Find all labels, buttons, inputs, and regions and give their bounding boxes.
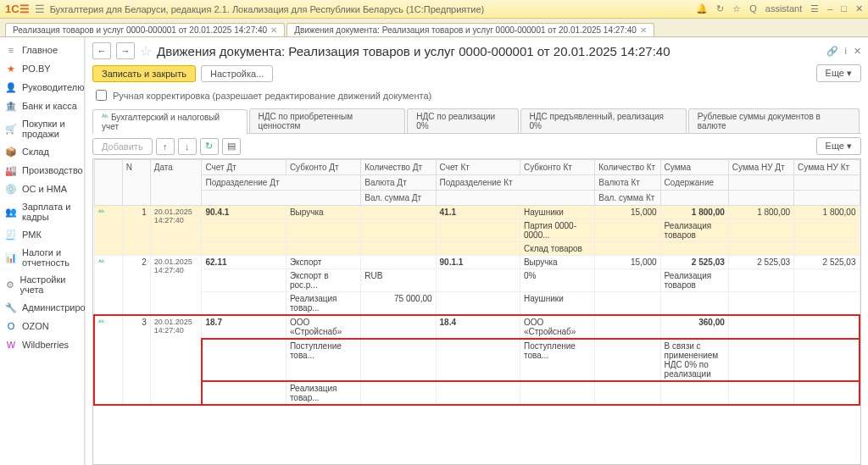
row-icon: ᴬᵏ [98, 318, 105, 327]
info-icon[interactable]: i [845, 46, 847, 57]
list-button[interactable]: ▤ [222, 138, 241, 155]
close-tab-icon[interactable]: ✕ [270, 25, 277, 35]
col-acc-kt[interactable]: Счет Кт [436, 160, 520, 175]
col-sub-kt[interactable]: Субконто Кт [520, 160, 594, 175]
col-sub-dt[interactable]: Субконто Дт [286, 160, 360, 175]
nav-back-button[interactable]: ← [92, 42, 111, 59]
table-row[interactable]: Склад товаров [94, 242, 860, 256]
sidebar-item[interactable]: 💿ОС и НМА [0, 180, 84, 198]
sidebar-icon: 🔧 [5, 302, 17, 313]
sidebar-icon: 🧾 [5, 229, 17, 241]
subtab[interactable]: ᴬᵏБухгалтерский и налоговый учет [92, 109, 248, 134]
col-nu-kt[interactable]: Сумма НУ Кт [794, 160, 860, 175]
sidebar-label: Зарплата и кадры [22, 202, 79, 222]
close-tab-icon[interactable]: ✕ [640, 25, 647, 35]
table-row[interactable]: Реализация товар... [94, 381, 860, 405]
sidebar-item[interactable]: 🧾РМК [0, 225, 84, 244]
settings-button[interactable]: Настройка... [201, 65, 273, 82]
doc-tab-2[interactable]: Движения документа: Реализация товаров и… [287, 23, 654, 36]
add-button[interactable]: Добавить [92, 138, 153, 155]
refresh-button[interactable]: ↻ [200, 138, 219, 155]
sidebar-icon: 🏦 [5, 100, 17, 112]
table-row[interactable]: Реализация товар...75 000,00Наушники [94, 292, 860, 316]
row-icon: ᴬᵏ [98, 208, 105, 217]
document-title: Движения документа: Реализация товаров и… [157, 44, 670, 58]
minimize-icon[interactable]: – [827, 3, 832, 14]
window-title: Бухгалтерия для Беларуси, редакция 2.1. … [50, 4, 692, 14]
doc-tab-1[interactable]: Реализация товаров и услуг 0000-000001 о… [5, 23, 285, 36]
sidebar-icon: ⚙ [5, 279, 14, 291]
move-down-button[interactable]: ↓ [178, 138, 197, 155]
sidebar-item[interactable]: 📊Налоги и отчетность [0, 244, 84, 271]
sidebar-icon: 📦 [5, 146, 17, 158]
star-icon[interactable]: ☆ [732, 3, 741, 14]
sidebar-item[interactable]: WWildberries [0, 335, 84, 354]
sidebar-label: PO.BY [22, 64, 51, 74]
col-qty-kt[interactable]: Количество Кт [595, 160, 660, 175]
sidebar-icon: 📊 [5, 252, 17, 263]
sidebar-item[interactable]: 🔧Администрирование [0, 298, 84, 317]
sidebar-item[interactable]: 🏦Банк и касса [0, 97, 84, 115]
sidebar-item[interactable]: ≡Главное [0, 41, 84, 59]
grid[interactable]: N Дата Счет Дт Субконто Дт Количество Дт… [92, 158, 861, 465]
table-row[interactable]: ᴬᵏ320.01.202514:27:4018.7ООО «Стройснаб»… [94, 315, 860, 339]
favorite-icon[interactable]: ☆ [140, 43, 152, 59]
subtab[interactable]: НДС по реализации 0% [407, 108, 518, 133]
subtab[interactable]: НДС по приобретенным ценностям [249, 108, 406, 133]
sidebar-label: Настройки учета [19, 274, 79, 295]
sidebar-icon: 👥 [5, 206, 17, 218]
link-icon[interactable]: 🔗 [826, 46, 838, 57]
sidebar-label: Производство [22, 165, 83, 175]
table-row[interactable]: Экспорт в рос.р...RUB0%Реализация товаро… [94, 269, 860, 292]
nav-fwd-button[interactable]: → [116, 42, 135, 59]
table-row[interactable]: Поступление това...Поступление това...В … [94, 339, 860, 381]
menu-icon[interactable]: ☰ [35, 3, 45, 15]
sidebar-icon: 🛒 [5, 123, 17, 135]
col-n[interactable]: N [122, 160, 150, 206]
subtab[interactable]: НДС предъявленный, реализация 0% [520, 108, 687, 133]
history-icon[interactable]: ↻ [716, 3, 724, 14]
col-date[interactable]: Дата [150, 160, 202, 206]
settings-icon[interactable]: ☰ [810, 3, 819, 14]
manual-adjust-checkbox[interactable] [96, 90, 107, 101]
restore-icon[interactable]: □ [841, 3, 847, 14]
main-area: ← → ☆ Движения документа: Реализация тов… [85, 37, 868, 465]
sidebar-label: Главное [22, 45, 58, 55]
row-icon: ᴬᵏ [98, 258, 105, 267]
col-nu-dt[interactable]: Сумма НУ Дт [728, 160, 793, 175]
app-logo: 1C☰ [5, 3, 30, 15]
document-tabs: Реализация товаров и услуг 0000-000001 о… [0, 19, 868, 37]
sidebar-label: РМК [22, 230, 42, 240]
move-up-button[interactable]: ↑ [156, 138, 175, 155]
sidebar-item[interactable]: 👥Зарплата и кадры [0, 198, 84, 225]
sidebar-item[interactable]: 📦Склад [0, 142, 84, 161]
sidebar-label: Налоги и отчетность [22, 247, 79, 268]
assistant-label[interactable]: assistant [765, 3, 802, 14]
bell-icon[interactable]: 🔔 [696, 3, 708, 14]
sidebar-icon: O [5, 320, 17, 332]
close-doc-icon[interactable]: ✕ [854, 46, 861, 57]
subtab[interactable]: Рублевые суммы документов в валюте [688, 108, 860, 133]
sidebar: ≡Главное★PO.BY👤Руководителю🏦Банк и касса… [0, 37, 85, 465]
sidebar-icon: ★ [5, 63, 17, 75]
col-sum[interactable]: Сумма [660, 160, 728, 175]
sidebar-item[interactable]: 🛒Покупки и продажи [0, 115, 84, 142]
sidebar-item[interactable]: ★PO.BY [0, 59, 84, 78]
manual-adjust-label: Ручная корректировка (разрешает редактир… [113, 91, 431, 101]
sidebar-icon: ≡ [5, 44, 17, 56]
sidebar-item[interactable]: 👤Руководителю [0, 78, 84, 97]
close-icon[interactable]: ✕ [855, 3, 863, 14]
sidebar-item[interactable]: ⚙Настройки учета [0, 271, 84, 298]
sidebar-item[interactable]: 🏭Производство [0, 161, 84, 180]
sidebar-label: Wildberries [22, 340, 69, 350]
help-icon[interactable]: Q [749, 3, 757, 14]
table-row[interactable]: ᴬᵏ120.01.202514:27:4090.4.1Выручка41.1На… [94, 206, 860, 219]
table-row[interactable]: ᴬᵏ220.01.202514:27:4062.11Экспорт90.1.1В… [94, 256, 860, 269]
sidebar-item[interactable]: OOZON [0, 317, 84, 335]
table-row[interactable]: Партия 0000-0000...Реализация товаров [94, 219, 860, 242]
more-button[interactable]: Еще ▾ [816, 64, 861, 82]
save-close-button[interactable]: Записать и закрыть [92, 65, 196, 82]
grid-more-button[interactable]: Еще ▾ [816, 137, 861, 155]
col-qty-dt[interactable]: Количество Дт [361, 160, 436, 175]
col-acc-dt[interactable]: Счет Дт [202, 160, 286, 175]
